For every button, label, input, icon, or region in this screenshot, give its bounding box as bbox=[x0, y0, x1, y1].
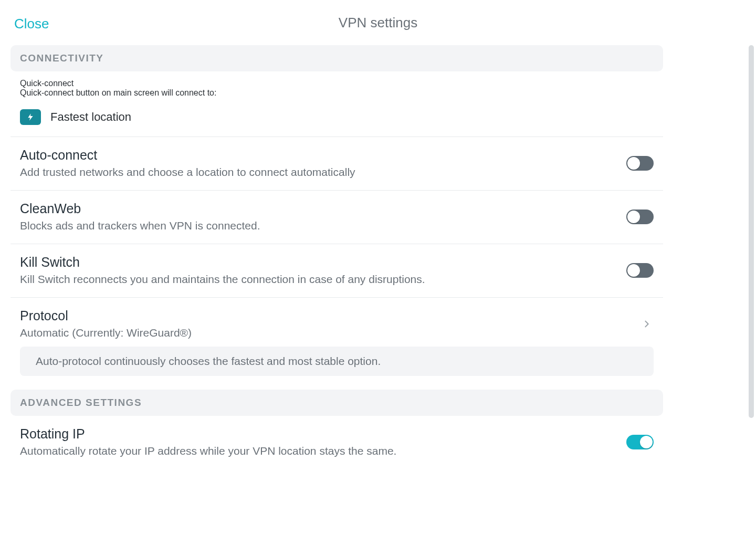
auto-connect-subtitle: Add trusted networks and choose a locati… bbox=[20, 166, 626, 179]
protocol-row[interactable]: Protocol Automatic (Currently: WireGuard… bbox=[10, 298, 663, 347]
header: Close VPN settings bbox=[0, 0, 756, 45]
protocol-title: Protocol bbox=[20, 308, 640, 323]
cleanweb-toggle[interactable] bbox=[626, 210, 654, 224]
quick-connect-title: Quick-connect bbox=[20, 79, 654, 88]
section-header-advanced: ADVANCED SETTINGS bbox=[10, 390, 663, 416]
auto-connect-title: Auto-connect bbox=[20, 148, 626, 163]
kill-switch-row: Kill Switch Kill Switch reconnects you a… bbox=[10, 244, 663, 298]
kill-switch-title: Kill Switch bbox=[20, 255, 626, 270]
quick-connect-selection[interactable]: Fastest location bbox=[20, 109, 654, 125]
cleanweb-subtitle: Blocks ads and trackers when VPN is conn… bbox=[20, 219, 626, 232]
scrollbar[interactable] bbox=[749, 45, 754, 418]
rotating-ip-subtitle: Automatically rotate your IP address whi… bbox=[20, 445, 626, 457]
chevron-right-icon[interactable] bbox=[640, 317, 654, 331]
quick-connect-value: Fastest location bbox=[50, 110, 131, 124]
kill-switch-toggle[interactable] bbox=[626, 263, 654, 278]
settings-scroll-area[interactable]: CONNECTIVITY Quick-connect Quick-connect… bbox=[10, 45, 746, 534]
cleanweb-row: CleanWeb Blocks ads and trackers when VP… bbox=[10, 191, 663, 244]
section-header-connectivity: CONNECTIVITY bbox=[10, 45, 663, 71]
close-button[interactable]: Close bbox=[14, 16, 49, 32]
auto-connect-toggle[interactable] bbox=[626, 156, 654, 171]
cleanweb-title: CleanWeb bbox=[20, 201, 626, 216]
protocol-subtitle: Automatic (Currently: WireGuard®) bbox=[20, 327, 640, 339]
lightning-icon bbox=[20, 109, 41, 125]
quick-connect-row[interactable]: Quick-connect Quick-connect button on ma… bbox=[10, 71, 663, 137]
rotating-ip-row: Rotating IP Automatically rotate your IP… bbox=[10, 416, 663, 469]
quick-connect-subtitle: Quick-connect button on main screen will… bbox=[20, 88, 654, 98]
page-title: VPN settings bbox=[339, 15, 417, 31]
auto-connect-row: Auto-connect Add trusted networks and ch… bbox=[10, 137, 663, 191]
protocol-note: Auto-protocol continuously chooses the f… bbox=[20, 347, 654, 376]
kill-switch-subtitle: Kill Switch reconnects you and maintains… bbox=[20, 273, 626, 286]
rotating-ip-toggle[interactable] bbox=[626, 435, 654, 449]
rotating-ip-title: Rotating IP bbox=[20, 426, 626, 442]
